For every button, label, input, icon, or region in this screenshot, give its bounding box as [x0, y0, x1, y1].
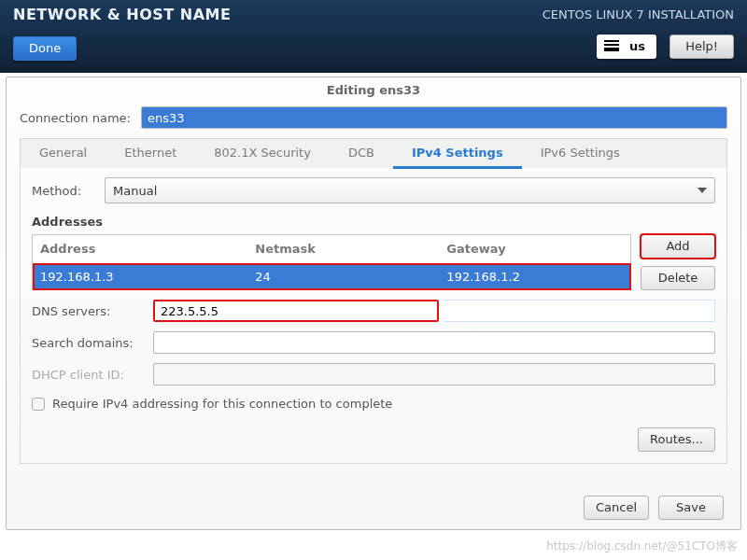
cell-netmask[interactable]: 24 [247, 263, 439, 289]
add-address-button[interactable]: Add [641, 234, 715, 259]
require-ipv4-label: Require IPv4 addressing for this connect… [52, 397, 392, 411]
installer-header: NETWORK & HOST NAME Done CENTOS LINUX 7 … [0, 0, 747, 73]
col-netmask: Netmask [247, 235, 439, 264]
tab-general[interactable]: General [21, 139, 106, 168]
col-gateway: Gateway [439, 235, 630, 264]
tab-ipv4[interactable]: IPv4 Settings [393, 139, 522, 169]
col-address: Address [33, 235, 248, 264]
save-button[interactable]: Save [658, 496, 724, 520]
connection-name-input[interactable] [141, 106, 727, 129]
keyboard-layout-label: us [629, 39, 645, 53]
tab-security[interactable]: 802.1X Security [195, 139, 330, 168]
addresses-heading: Addresses [32, 215, 715, 229]
table-row[interactable]: 192.168.1.3 24 192.168.1.2 [33, 263, 631, 289]
table-header-row: Address Netmask Gateway [33, 235, 631, 264]
method-value: Manual [113, 184, 157, 198]
method-label: Method: [32, 184, 105, 198]
routes-button[interactable]: Routes... [638, 427, 715, 452]
chevron-down-icon [698, 188, 707, 193]
search-domains-input[interactable] [153, 331, 715, 354]
cell-gateway[interactable]: 192.168.1.2 [439, 263, 630, 289]
keyboard-icon [604, 40, 619, 51]
dns-label: DNS servers: [32, 304, 153, 318]
page-title: NETWORK & HOST NAME [13, 6, 231, 23]
require-ipv4-checkbox[interactable]: Require IPv4 addressing for this connect… [32, 397, 715, 411]
dns-input[interactable] [153, 300, 439, 322]
dhcp-client-id-input[interactable] [153, 363, 715, 385]
dhcp-client-id-label: DHCP client ID: [32, 368, 153, 382]
done-button[interactable]: Done [13, 36, 77, 61]
tab-ethernet[interactable]: Ethernet [106, 139, 195, 168]
ipv4-panel: Method: Manual Addresses Address Netmask… [20, 168, 727, 464]
edit-connection-dialog: Editing ens33 Connection name: General E… [6, 77, 741, 530]
watermark: https://blog.csdn.net/@51CTO博客 [546, 539, 738, 554]
method-combo[interactable]: Manual [105, 177, 715, 203]
dns-input-extend[interactable] [444, 300, 716, 322]
settings-tabs: General Ethernet 802.1X Security DCB IPv… [20, 138, 727, 168]
dialog-title: Editing ens33 [7, 77, 740, 103]
cell-address[interactable]: 192.168.1.3 [33, 263, 248, 289]
keyboard-layout-indicator[interactable]: us [597, 35, 656, 59]
delete-address-button[interactable]: Delete [641, 266, 715, 290]
checkbox-icon [32, 398, 45, 411]
tab-ipv6[interactable]: IPv6 Settings [522, 139, 639, 168]
cancel-button[interactable]: Cancel [584, 496, 649, 520]
addresses-table[interactable]: Address Netmask Gateway 192.168.1.3 24 1… [32, 234, 631, 290]
tab-dcb[interactable]: DCB [330, 139, 393, 168]
help-button[interactable]: Help! [669, 35, 734, 59]
product-name: CENTOS LINUX 7 INSTALLATION [543, 7, 734, 21]
search-domains-label: Search domains: [32, 336, 153, 350]
connection-name-label: Connection name: [20, 111, 141, 125]
